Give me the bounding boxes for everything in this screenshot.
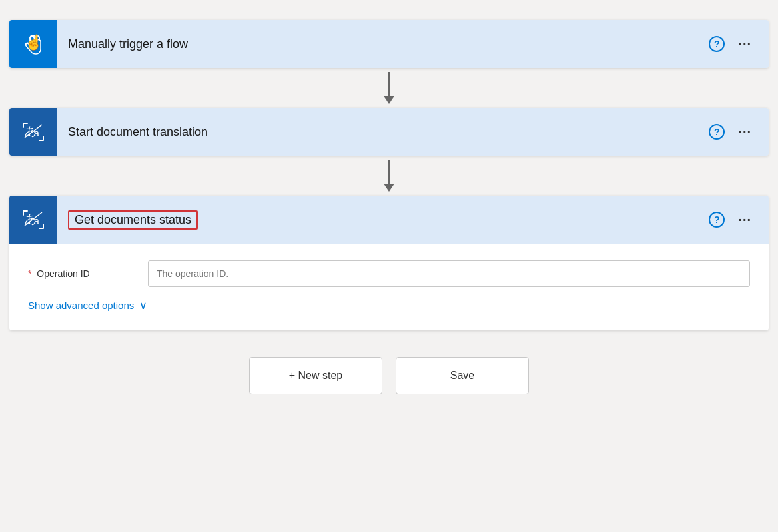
chevron-down-icon: ∨ [139, 299, 147, 312]
trigger-icon: ☝ [9, 20, 57, 68]
start-translation-step-title: Start document translation [57, 125, 709, 139]
arrow-2 [384, 156, 394, 196]
arrow-2-line [388, 160, 390, 184]
step-get-status-body: * Operation ID Show advanced options ∨ [9, 244, 769, 330]
get-status-step-title: Get documents status [57, 210, 709, 230]
step-start-translation-header: あ a Start document translation ? ··· [9, 108, 769, 156]
arrow-1-line [388, 72, 390, 96]
start-translation-more-button[interactable]: ··· [733, 122, 757, 142]
operation-id-row: * Operation ID [28, 260, 750, 287]
start-translation-step-actions: ? ··· [709, 122, 769, 142]
trigger-help-button[interactable]: ? [709, 36, 725, 52]
trigger-step-title: Manually trigger a flow [57, 37, 709, 51]
operation-id-input[interactable] [148, 260, 750, 287]
arrow-2-head [384, 184, 394, 192]
show-advanced-label: Show advanced options [28, 300, 134, 311]
start-translation-icon: あ a [9, 108, 57, 156]
get-status-help-button[interactable]: ? [709, 212, 725, 228]
trigger-more-button[interactable]: ··· [733, 34, 757, 55]
bottom-actions: + New step Save [249, 357, 529, 394]
get-status-icon: あ a [9, 196, 57, 244]
get-status-title-text: Get documents status [68, 210, 198, 230]
flow-container: ☝ Manually trigger a flow ? ··· あ a [9, 20, 769, 394]
step-trigger-header: ☝ Manually trigger a flow ? ··· [9, 20, 769, 68]
translate-svg-2: あ a [19, 206, 47, 234]
translate-svg-1: あ a [19, 118, 47, 146]
operation-id-required-star: * [28, 268, 31, 279]
step-get-status: あ a Get documents status ? ··· * Ope [9, 196, 769, 330]
start-translation-help-button[interactable]: ? [709, 124, 725, 140]
get-status-step-actions: ? ··· [709, 210, 769, 230]
step-get-status-header: あ a Get documents status ? ··· [9, 196, 769, 244]
operation-id-label: * Operation ID [28, 268, 148, 279]
arrow-1-head [384, 96, 394, 104]
trigger-step-actions: ? ··· [709, 34, 769, 55]
operation-id-label-text: Operation ID [37, 268, 89, 279]
new-step-button[interactable]: + New step [249, 357, 382, 394]
step-trigger: ☝ Manually trigger a flow ? ··· [9, 20, 769, 68]
svg-text:☝: ☝ [25, 33, 43, 51]
step-start-translation: あ a Start document translation ? ··· [9, 108, 769, 156]
save-button[interactable]: Save [396, 357, 529, 394]
arrow-1 [384, 68, 394, 108]
show-advanced-button[interactable]: Show advanced options ∨ [28, 299, 147, 312]
get-status-more-button[interactable]: ··· [733, 210, 757, 230]
trigger-svg: ☝ [21, 31, 46, 57]
